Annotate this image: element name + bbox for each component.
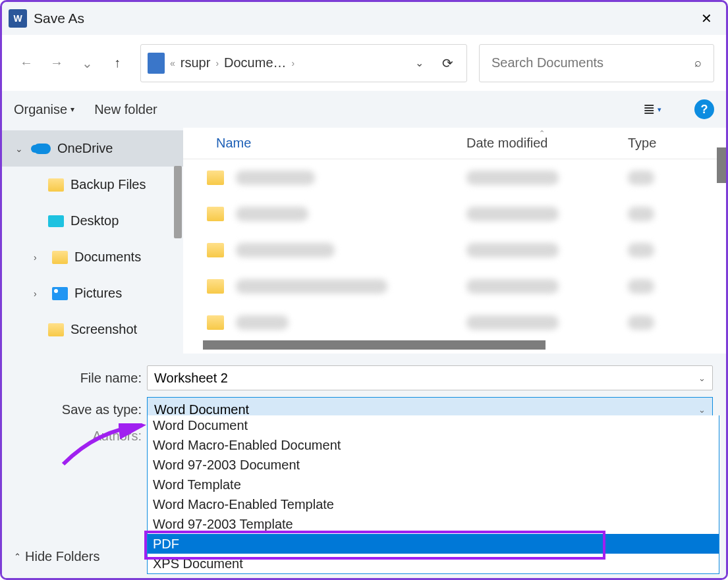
folder-icon	[207, 279, 224, 294]
refresh-button[interactable]: ⟳	[435, 55, 460, 71]
file-row[interactable]	[183, 232, 726, 268]
file-row[interactable]	[183, 268, 726, 304]
filetype-option-word-97-2003-document[interactable]: Word 97-2003 Document	[148, 455, 719, 475]
word-app-icon	[9, 9, 27, 28]
redacted-date	[466, 171, 559, 185]
tree-item-label: Screenshot	[70, 322, 137, 337]
redacted-type	[628, 207, 654, 221]
onedrive-icon	[34, 144, 51, 154]
redacted-type	[628, 171, 654, 185]
folder-tree: ⌄OneDriveBackup FilesDesktop›Documents›P…	[2, 128, 183, 354]
tree-item-desktop[interactable]: Desktop	[2, 203, 183, 239]
back-button[interactable]: ←	[14, 51, 39, 76]
filetype-option-word-template[interactable]: Word Template	[148, 475, 719, 494]
tree-item-pictures[interactable]: ›Pictures	[2, 275, 183, 311]
redacted-filename	[236, 243, 335, 257]
redacted-filename	[236, 171, 315, 185]
organise-button[interactable]: Organise ▾	[14, 102, 74, 117]
hide-folders-label: Hide Folders	[25, 549, 99, 564]
expand-icon[interactable]: ›	[34, 252, 45, 263]
sidebar-scrollbar[interactable]	[174, 166, 182, 238]
hide-folders-button[interactable]: ⌃ Hide Folders	[14, 549, 99, 564]
filetype-option-xps-document[interactable]: XPS Document	[148, 554, 719, 573]
up-button[interactable]: ↑	[105, 51, 130, 76]
filetype-option-word-macro-enabled-document[interactable]: Word Macro-Enabled Document	[148, 435, 719, 455]
list-view-icon: ≣	[643, 101, 655, 118]
sort-indicator-icon: ⌃	[539, 129, 545, 138]
search-input[interactable]	[491, 55, 694, 70]
redacted-date	[466, 315, 559, 330]
close-button[interactable]: ✕	[693, 5, 719, 32]
organise-label: Organise	[14, 102, 67, 117]
column-type[interactable]: Type	[628, 136, 726, 151]
breadcrumb-separator: ›	[292, 58, 295, 68]
filename-dropdown-icon[interactable]: ⌄	[698, 373, 706, 383]
tree-item-screenshot[interactable]: Screenshot	[2, 311, 183, 348]
redacted-type	[628, 279, 654, 294]
folder-icon	[48, 178, 64, 192]
redacted-date	[466, 207, 559, 221]
help-button[interactable]: ?	[694, 99, 714, 119]
redacted-filename	[236, 207, 308, 221]
redacted-filename	[236, 315, 289, 330]
tree-item-label: Desktop	[70, 213, 119, 228]
search-box[interactable]: ⌕	[479, 44, 714, 82]
tree-item-label: OneDrive	[57, 141, 113, 156]
caret-up-icon: ⌃	[14, 552, 21, 562]
pictures-icon	[52, 287, 68, 300]
column-date[interactable]: Date modified	[466, 136, 628, 151]
saveastype-dropdown-icon[interactable]: ⌄	[698, 405, 706, 415]
folder-icon	[207, 243, 224, 257]
tree-item-onedrive[interactable]: ⌄OneDrive	[2, 130, 183, 167]
tree-item-label: Backup Files	[70, 177, 146, 192]
tree-item-label: Documents	[74, 250, 141, 265]
folder-icon	[48, 323, 64, 336]
forward-button[interactable]: →	[44, 51, 69, 76]
folder-icon	[207, 207, 224, 221]
file-row[interactable]	[183, 196, 726, 232]
dialog-title: Save As	[34, 11, 84, 26]
filename-label: File name:	[9, 371, 147, 386]
tree-item-backup-files[interactable]: Backup Files	[2, 167, 183, 203]
filetype-option-word-97-2003-template[interactable]: Word 97-2003 Template	[148, 514, 719, 534]
saveastype-label: Save as type:	[9, 402, 147, 417]
file-list-hscrollbar[interactable]	[203, 340, 546, 350]
saveastype-dropdown: Word DocumentWord Macro-Enabled Document…	[147, 415, 719, 574]
redacted-filename	[236, 279, 387, 294]
desktop-icon	[48, 215, 64, 227]
file-list-vscrollbar[interactable]	[717, 147, 726, 183]
view-options-button[interactable]: ≣ ▾	[643, 101, 661, 118]
caret-down-icon: ▾	[658, 105, 661, 114]
file-list: Name ⌃ Date modified Type	[183, 128, 726, 354]
filetype-option-pdf[interactable]: PDF	[148, 534, 719, 554]
breadcrumb-item[interactable]: Docume…	[224, 55, 286, 70]
breadcrumb-separator: ›	[215, 58, 219, 68]
file-row[interactable]	[183, 304, 726, 340]
column-name[interactable]: Name ⌃	[183, 136, 466, 151]
expand-icon[interactable]: ›	[34, 288, 45, 299]
expand-icon[interactable]: ⌄	[15, 144, 27, 154]
filename-value: Worksheet 2	[154, 371, 228, 386]
folder-icon	[207, 315, 224, 330]
filename-input[interactable]: Worksheet 2 ⌄	[147, 365, 713, 390]
filetype-option-word-macro-enabled-template[interactable]: Word Macro-Enabled Template	[148, 494, 719, 514]
file-row[interactable]	[183, 159, 726, 196]
tree-item-label: Pictures	[74, 286, 122, 301]
folder-icon	[52, 251, 68, 264]
folder-icon	[207, 171, 224, 185]
recent-locations-button[interactable]: ⌄	[74, 51, 99, 76]
redacted-type	[628, 243, 654, 257]
column-name-label: Name	[216, 136, 251, 151]
redacted-type	[628, 315, 654, 330]
address-bar[interactable]: « rsupr › Docume… › ⌄ ⟳	[140, 44, 467, 82]
caret-down-icon: ▾	[70, 105, 74, 114]
tree-item-documents[interactable]: ›Documents	[2, 239, 183, 275]
breadcrumb-item[interactable]: rsupr	[181, 55, 211, 70]
address-dropdown-icon[interactable]: ⌄	[408, 57, 430, 69]
filetype-option-word-document[interactable]: Word Document	[148, 415, 719, 435]
breadcrumb-prefix: «	[170, 58, 175, 68]
redacted-date	[466, 279, 559, 294]
search-icon[interactable]: ⌕	[694, 56, 702, 70]
redacted-date	[466, 243, 559, 257]
new-folder-button[interactable]: New folder	[94, 102, 157, 117]
